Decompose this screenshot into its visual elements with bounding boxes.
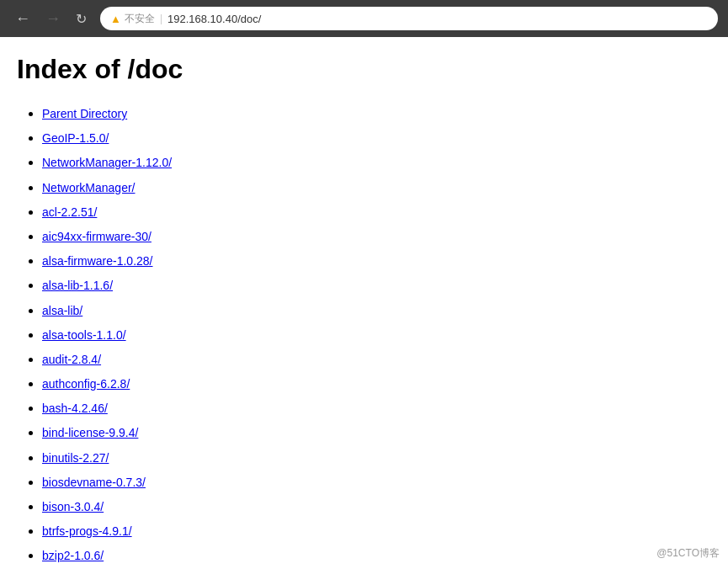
warning-icon: ▲ bbox=[110, 13, 121, 25]
refresh-button[interactable]: ↻ bbox=[71, 9, 92, 29]
security-label: 不安全 bbox=[125, 12, 155, 26]
file-link[interactable]: binutils-2.27/ bbox=[42, 451, 109, 465]
file-link[interactable]: alsa-firmware-1.0.28/ bbox=[42, 254, 153, 268]
file-link[interactable]: biosdevname-0.7.3/ bbox=[42, 476, 146, 489]
file-link[interactable]: alsa-lib-1.1.6/ bbox=[42, 279, 113, 292]
list-item: btrfs-progs-4.9.1/ bbox=[42, 519, 711, 542]
list-item: alsa-lib/ bbox=[42, 299, 711, 322]
list-item: GeoIP-1.5.0/ bbox=[42, 126, 711, 149]
security-warning: ▲ 不安全 bbox=[110, 12, 155, 26]
list-item: biosdevname-0.7.3/ bbox=[42, 471, 711, 493]
list-item: bison-3.0.4/ bbox=[42, 495, 711, 518]
list-item: NetworkManager/ bbox=[42, 176, 711, 199]
list-item: bash-4.2.46/ bbox=[42, 396, 711, 419]
file-list: Parent DirectoryGeoIP-1.5.0/NetworkManag… bbox=[17, 102, 711, 569]
file-link[interactable]: alsa-tools-1.1.0/ bbox=[42, 328, 126, 342]
file-link[interactable]: alsa-lib/ bbox=[42, 304, 82, 317]
list-item: alsa-firmware-1.0.28/ bbox=[42, 249, 711, 272]
page-title: Index of /doc bbox=[17, 54, 711, 85]
url-display: 192.168.10.40/doc/ bbox=[167, 13, 261, 25]
file-link[interactable]: GeoIP-1.5.0/ bbox=[42, 131, 109, 145]
watermark: @51CTO博客 bbox=[656, 546, 720, 561]
list-item: bind-license-9.9.4/ bbox=[42, 421, 711, 444]
nav-buttons: ← → ↻ bbox=[10, 9, 92, 29]
back-button[interactable]: ← bbox=[10, 9, 35, 28]
list-item: alsa-tools-1.1.0/ bbox=[42, 323, 711, 346]
file-link[interactable]: bind-license-9.9.4/ bbox=[42, 426, 138, 439]
list-item: binutils-2.27/ bbox=[42, 446, 711, 469]
file-link[interactable]: btrfs-progs-4.9.1/ bbox=[42, 524, 132, 538]
file-link[interactable]: bzip2-1.0.6/ bbox=[42, 549, 104, 562]
file-link[interactable]: bison-3.0.4/ bbox=[42, 500, 104, 513]
file-link[interactable]: NetworkManager-1.12.0/ bbox=[42, 156, 172, 169]
file-link[interactable]: aic94xx-firmware-30/ bbox=[42, 230, 151, 243]
list-item: alsa-lib-1.1.6/ bbox=[42, 274, 711, 296]
file-link[interactable]: NetworkManager/ bbox=[42, 181, 136, 194]
list-item: acl-2.2.51/ bbox=[42, 200, 711, 223]
file-link[interactable]: acl-2.2.51/ bbox=[42, 205, 97, 219]
forward-button[interactable]: → bbox=[40, 9, 66, 28]
file-link[interactable]: bash-4.2.46/ bbox=[42, 401, 108, 415]
list-item: authconfig-6.2.8/ bbox=[42, 372, 711, 395]
file-link[interactable]: Parent Directory bbox=[42, 107, 127, 120]
list-item: aic94xx-firmware-30/ bbox=[42, 225, 711, 247]
url-separator: | bbox=[160, 13, 162, 24]
list-item: bzip2-1.0.6/ bbox=[42, 544, 711, 566]
address-bar[interactable]: ▲ 不安全 | 192.168.10.40/doc/ bbox=[100, 7, 718, 30]
file-link[interactable]: audit-2.8.4/ bbox=[42, 353, 101, 366]
list-item: Parent Directory bbox=[42, 102, 711, 125]
file-link[interactable]: authconfig-6.2.8/ bbox=[42, 377, 130, 391]
list-item: audit-2.8.4/ bbox=[42, 348, 711, 370]
list-item: NetworkManager-1.12.0/ bbox=[42, 151, 711, 173]
browser-chrome: ← → ↻ ▲ 不安全 | 192.168.10.40/doc/ bbox=[0, 0, 728, 37]
page-content: Index of /doc Parent DirectoryGeoIP-1.5.… bbox=[0, 37, 728, 569]
